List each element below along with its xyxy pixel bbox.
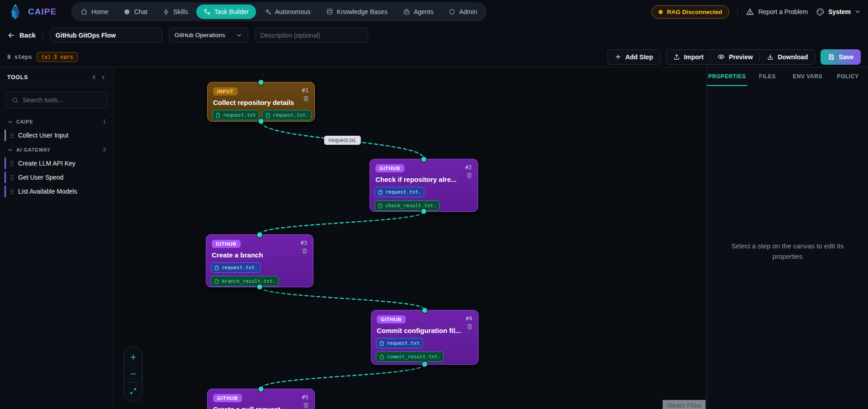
add-step-button[interactable]: Add Step: [607, 49, 660, 65]
tool-group-header-ai-gateway[interactable]: AI GATEWAY3: [5, 143, 109, 156]
nav-item-label: Task Builder: [214, 8, 249, 15]
tool-item-label: List Available Models: [18, 188, 77, 195]
drag-handle-icon[interactable]: [10, 175, 14, 181]
nav-item-admin[interactable]: Admin: [441, 5, 484, 19]
category-select[interactable]: GitHub Operations: [169, 28, 248, 43]
flow-node-2[interactable]: GITHUB#2Check if repository alre...reque…: [370, 159, 478, 212]
warning-triangle-icon: [746, 8, 754, 16]
nav-item-chat[interactable]: Chat: [116, 5, 155, 19]
group-count: 1: [103, 119, 106, 125]
toolbar-actions: Add Step Import Preview Downlo: [607, 49, 861, 65]
node-handle-bottom[interactable]: [257, 285, 262, 290]
drag-handle-icon[interactable]: [10, 189, 14, 195]
node-handle-top[interactable]: [257, 233, 262, 238]
bolt-icon: [163, 9, 170, 15]
file-chip[interactable]: request.txt: [212, 110, 259, 120]
nav-item-agents[interactable]: Agents: [396, 5, 441, 19]
flow-icon: [204, 8, 211, 15]
nav-item-autonomous[interactable]: Autonomous: [257, 5, 318, 19]
zoom-in-button[interactable]: [124, 349, 142, 366]
file-chip[interactable]: request.txt.: [375, 187, 424, 197]
nav-right: RAG Disconnected Report a Problem System: [651, 5, 861, 19]
node-handle-bottom[interactable]: [422, 362, 427, 367]
chevron-down-icon: [236, 32, 242, 38]
report-problem-button[interactable]: Report a Problem: [746, 8, 808, 16]
theme-selector[interactable]: System: [816, 8, 861, 16]
file-chip[interactable]: request.txt.: [262, 110, 312, 120]
node-handle-top[interactable]: [259, 80, 264, 85]
zoom-out-button[interactable]: [124, 366, 142, 382]
flow-canvas[interactable]: INPUT#1Collect repository detailsrequest…: [114, 67, 707, 409]
flow-name-input[interactable]: [50, 28, 162, 43]
file-chip-label: branch_result.txt.: [222, 278, 275, 284]
file-chip-label: request.txt: [387, 340, 420, 346]
delete-node-icon[interactable]: [303, 402, 309, 409]
delete-node-icon[interactable]: [303, 95, 309, 102]
nav-item-home[interactable]: Home: [73, 5, 115, 19]
search-input[interactable]: [23, 96, 102, 104]
flow-node-3[interactable]: GITHUB#3Create a branchrequest.txt.branc…: [206, 234, 313, 287]
file-icon: [214, 265, 219, 271]
panel-tab-env-vars[interactable]: ENV VARS: [787, 67, 828, 86]
file-icon: [379, 341, 384, 346]
panel-tab-policy[interactable]: POLICY: [828, 67, 868, 86]
file-chip[interactable]: branch_result.txt.: [211, 276, 279, 286]
back-button[interactable]: Back: [7, 31, 36, 39]
import-button[interactable]: Import: [666, 50, 711, 64]
nav-item-task-builder[interactable]: Task Builder: [196, 5, 256, 19]
node-handle-top[interactable]: [422, 308, 427, 313]
download-button[interactable]: Download: [760, 50, 815, 64]
fit-view-button[interactable]: [124, 383, 142, 399]
node-title: Create a branch: [212, 251, 308, 259]
shield-icon: [449, 9, 455, 15]
flow-node-1[interactable]: INPUT#1Collect repository detailsrequest…: [207, 82, 315, 122]
delete-node-icon[interactable]: [301, 247, 308, 254]
tool-item-collect-user-input[interactable]: Collect User Input: [5, 128, 109, 142]
node-number: #1: [302, 87, 308, 94]
node-handle-bottom[interactable]: [422, 209, 427, 214]
node-handle-top[interactable]: [422, 157, 427, 162]
rag-status-badge[interactable]: RAG Disconnected: [651, 5, 729, 19]
flow-edge-2-3[interactable]: [260, 212, 424, 234]
file-icon: [214, 279, 219, 284]
file-chip[interactable]: request.txt: [376, 338, 423, 348]
sidebar-title: TOOLS: [7, 74, 28, 81]
nav-item-knowledge-bases[interactable]: Knowledge Bases: [319, 5, 395, 19]
canvas-zoom-controls: [123, 347, 142, 402]
flow-edge-4-5[interactable]: [261, 364, 425, 388]
drag-handle-icon[interactable]: [10, 133, 14, 138]
save-button[interactable]: Save: [821, 49, 861, 65]
reactflow-attribution[interactable]: React Flow: [663, 400, 706, 409]
flow-edge-3-4[interactable]: [260, 287, 425, 309]
flow-node-5[interactable]: GITHUB#5Create a pull request: [207, 389, 315, 409]
tool-item-create-llm-api-key[interactable]: Create LLM API Key: [5, 157, 109, 170]
nav-item-skills[interactable]: Skills: [156, 5, 195, 19]
tool-item-get-user-spend[interactable]: Get User Spend: [5, 171, 109, 184]
panel-tab-properties[interactable]: PROPERTIES: [707, 67, 747, 86]
node-handle-bottom[interactable]: [259, 119, 264, 124]
file-chip[interactable]: request.txt.: [211, 262, 261, 273]
node-handle-top[interactable]: [259, 387, 264, 392]
drag-handle-icon[interactable]: [10, 161, 14, 166]
node-title: Create a pull request: [213, 405, 310, 409]
tool-group-header-caipe[interactable]: CAIPE1: [5, 114, 109, 128]
file-chip[interactable]: commit_result.txt.: [376, 352, 444, 362]
tools-sidebar: TOOLS 4 CAIPE1Collect User InputAI GATEW…: [0, 67, 114, 409]
delete-node-icon[interactable]: [466, 323, 473, 330]
flow-node-4[interactable]: GITHUB#4Commit configuration fil...reque…: [371, 310, 479, 365]
description-input[interactable]: [255, 28, 368, 43]
preview-button[interactable]: Preview: [711, 50, 759, 64]
file-chip[interactable]: check_result.txt.: [375, 200, 440, 211]
delete-node-icon[interactable]: [466, 172, 473, 179]
file-icon: [215, 113, 221, 118]
panel-tab-files[interactable]: FILES: [747, 67, 787, 86]
app-title: CAIPE: [28, 7, 57, 17]
database-icon: [326, 8, 333, 15]
io-button-group: Import Preview Download: [666, 49, 815, 65]
chevron-down-icon: [854, 9, 861, 15]
collapse-sidebar-icon[interactable]: [100, 74, 106, 81]
file-chip-label: request.txt.: [273, 112, 308, 118]
tool-item-list-available-models[interactable]: List Available Models: [5, 185, 109, 198]
file-chip-label: check_result.txt.: [385, 203, 436, 209]
tool-item-label: Get User Spend: [18, 174, 63, 181]
